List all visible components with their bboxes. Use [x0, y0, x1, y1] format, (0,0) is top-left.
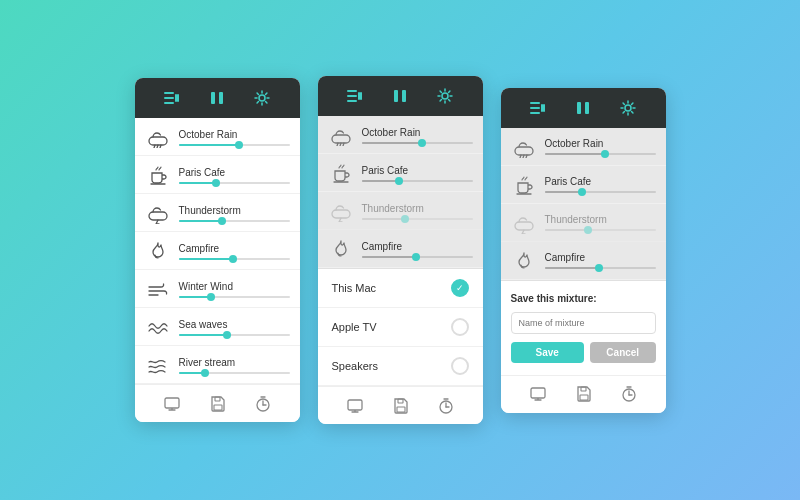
slider-river-stream[interactable] [179, 372, 290, 374]
save-dialog-buttons: Save Cancel [511, 342, 656, 363]
sound-name-p2-campfire: Campfire [362, 241, 473, 252]
panel-3-header [501, 88, 666, 128]
sound-info-p3-paris-cafe: Paris Cafe [545, 176, 656, 195]
device-name-apple-tv: Apple TV [332, 321, 377, 333]
device-check-this-mac[interactable]: ✓ [451, 279, 469, 297]
slider-sea-waves[interactable] [179, 334, 290, 336]
cloud-rain-icon [145, 125, 171, 151]
slider-campfire[interactable] [179, 258, 290, 260]
slider-paris-cafe[interactable] [179, 182, 290, 184]
svg-rect-26 [394, 90, 398, 102]
device-item-apple-tv[interactable]: Apple TV [318, 308, 483, 347]
cloud-thunder-icon-2 [328, 199, 354, 225]
sound-info-campfire: Campfire [179, 243, 290, 262]
timer-icon-3[interactable] [622, 386, 636, 402]
device-name-speakers: Speakers [332, 360, 378, 372]
panel-1-footer [135, 384, 300, 422]
sound-name-river-stream: River stream [179, 357, 290, 368]
list-icon-3[interactable] [530, 101, 546, 115]
sound-item-thunderstorm[interactable]: Thunderstorm [135, 194, 300, 232]
sound-item-paris-cafe[interactable]: Paris Cafe [135, 156, 300, 194]
device-check-apple-tv[interactable] [451, 318, 469, 336]
slider-thunderstorm[interactable] [179, 220, 290, 222]
panel-3-footer [501, 375, 666, 413]
sound-item-campfire[interactable]: Campfire [135, 232, 300, 270]
slider-p3-october-rain [545, 153, 656, 155]
pause-icon-3[interactable] [576, 101, 590, 115]
save-button[interactable]: Save [511, 342, 585, 363]
sound-name-sea-waves: Sea waves [179, 319, 290, 330]
sound-info-october-rain: October Rain [179, 129, 290, 148]
sound-item-river-stream[interactable]: River stream [135, 346, 300, 384]
svg-rect-5 [211, 92, 215, 104]
slider-p2-campfire [362, 256, 473, 258]
slider-october-rain[interactable] [179, 144, 290, 146]
monitor-icon[interactable] [164, 397, 180, 411]
save-icon[interactable] [211, 396, 225, 412]
panel-1-body: October Rain Paris Cafe [135, 118, 300, 384]
panel-3-body: October Rain Paris Cafe [501, 128, 666, 280]
device-check-speakers[interactable] [451, 357, 469, 375]
svg-rect-58 [580, 395, 588, 400]
sound-name-p3-paris-cafe: Paris Cafe [545, 176, 656, 187]
sound-item-winter-wind[interactable]: Winter Wind [135, 270, 300, 308]
sound-info-sea-waves: Sea waves [179, 319, 290, 338]
panel-2-footer [318, 386, 483, 424]
sound-name-paris-cafe: Paris Cafe [179, 167, 290, 178]
flame-icon-3 [511, 249, 537, 275]
cloud-rain-icon-3 [511, 135, 537, 161]
cup-icon-2 [328, 161, 354, 187]
pause-icon[interactable] [210, 91, 224, 105]
cancel-button[interactable]: Cancel [590, 342, 656, 363]
device-list: This Mac ✓ Apple TV Speakers [318, 268, 483, 386]
sound-name-p2-thunderstorm: Thunderstorm [362, 203, 473, 214]
cup-icon [145, 163, 171, 189]
panel-1-header [135, 78, 300, 118]
cup-icon-3 [511, 173, 537, 199]
cloud-rain-icon-2 [328, 123, 354, 149]
sound-info-p3-thunderstorm: Thunderstorm [545, 214, 656, 233]
settings-icon[interactable] [254, 90, 270, 106]
svg-rect-54 [531, 388, 545, 398]
slider-p3-campfire [545, 267, 656, 269]
sound-name-p3-campfire: Campfire [545, 252, 656, 263]
timer-icon[interactable] [256, 396, 270, 412]
slider-p2-thunderstorm [362, 218, 473, 220]
svg-point-49 [625, 105, 631, 111]
sound-info-thunderstorm: Thunderstorm [179, 205, 290, 224]
svg-rect-27 [402, 90, 406, 102]
sound-item-sea-waves[interactable]: Sea waves [135, 308, 300, 346]
settings-icon-2[interactable] [437, 88, 453, 104]
save-icon-2[interactable] [394, 398, 408, 414]
list-icon[interactable] [164, 91, 180, 105]
sound-name-thunderstorm: Thunderstorm [179, 205, 290, 216]
sound-item-p2-campfire: Campfire [318, 230, 483, 268]
monitor-icon-2[interactable] [347, 399, 363, 413]
svg-rect-12 [165, 398, 179, 408]
sound-info-p2-paris-cafe: Paris Cafe [362, 165, 473, 184]
slider-p2-october-rain [362, 142, 473, 144]
monitor-icon-3[interactable] [530, 387, 546, 401]
timer-icon-2[interactable] [439, 398, 453, 414]
settings-icon-3[interactable] [620, 100, 636, 116]
pause-icon-2[interactable] [393, 89, 407, 103]
sound-item-october-rain[interactable]: October Rain [135, 118, 300, 156]
sound-item-p2-thunderstorm: Thunderstorm [318, 192, 483, 230]
cloud-thunder-icon-3 [511, 211, 537, 237]
sound-item-p2-paris-cafe: Paris Cafe [318, 154, 483, 192]
mixture-name-input[interactable] [511, 312, 656, 334]
sound-item-p3-thunderstorm: Thunderstorm [501, 204, 666, 242]
sound-item-p2-october-rain: October Rain [318, 116, 483, 154]
sound-info-p2-thunderstorm: Thunderstorm [362, 203, 473, 222]
sound-name-p2-october-rain: October Rain [362, 127, 473, 138]
sound-info-p2-october-rain: October Rain [362, 127, 473, 146]
sound-info-paris-cafe: Paris Cafe [179, 167, 290, 186]
device-item-speakers[interactable]: Speakers [318, 347, 483, 386]
stream-icon [145, 353, 171, 379]
slider-winter-wind[interactable] [179, 296, 290, 298]
save-icon-3[interactable] [577, 386, 591, 402]
device-item-this-mac[interactable]: This Mac ✓ [318, 269, 483, 308]
svg-rect-6 [219, 92, 223, 104]
list-icon-2[interactable] [347, 89, 363, 103]
slider-p2-paris-cafe [362, 180, 473, 182]
